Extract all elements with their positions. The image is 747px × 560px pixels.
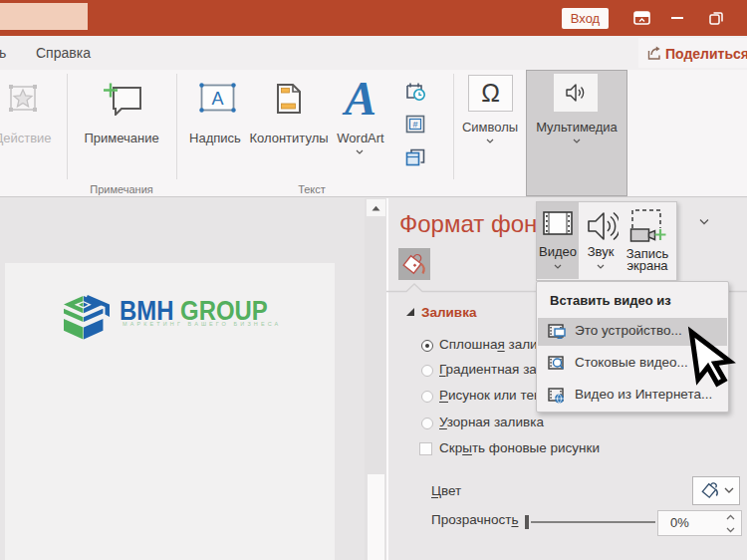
svg-text:#: #	[412, 120, 417, 130]
svg-text:A: A	[211, 89, 223, 109]
